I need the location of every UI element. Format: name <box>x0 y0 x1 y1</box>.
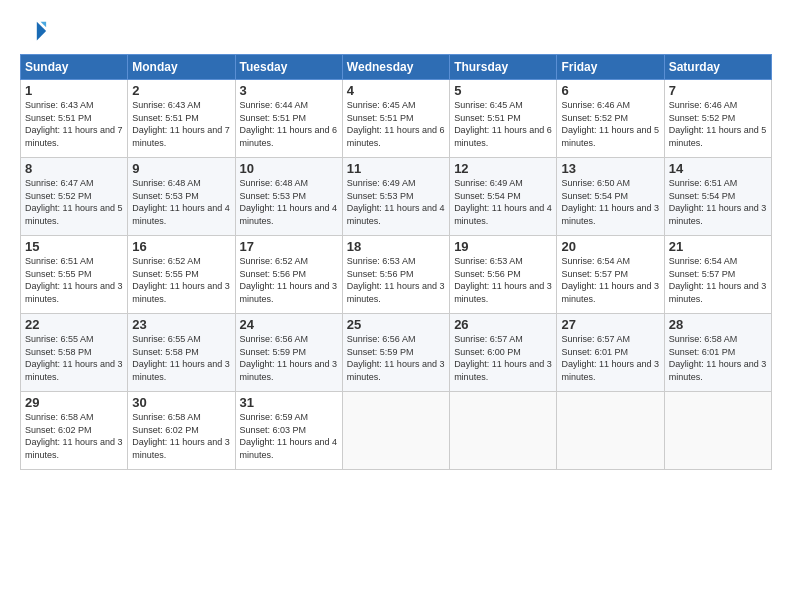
table-row: 16 Sunrise: 6:52 AM Sunset: 5:55 PM Dayl… <box>128 236 235 314</box>
col-thursday: Thursday <box>450 55 557 80</box>
day-number: 8 <box>25 161 123 176</box>
table-row: 24 Sunrise: 6:56 AM Sunset: 5:59 PM Dayl… <box>235 314 342 392</box>
day-info: Sunrise: 6:55 AM Sunset: 5:58 PM Dayligh… <box>132 333 230 383</box>
table-row: 1 Sunrise: 6:43 AM Sunset: 5:51 PM Dayli… <box>21 80 128 158</box>
table-row <box>342 392 449 470</box>
day-info: Sunrise: 6:46 AM Sunset: 5:52 PM Dayligh… <box>561 99 659 149</box>
day-number: 20 <box>561 239 659 254</box>
calendar-week-row: 1 Sunrise: 6:43 AM Sunset: 5:51 PM Dayli… <box>21 80 772 158</box>
day-info: Sunrise: 6:47 AM Sunset: 5:52 PM Dayligh… <box>25 177 123 227</box>
page: Sunday Monday Tuesday Wednesday Thursday… <box>0 0 792 612</box>
day-number: 24 <box>240 317 338 332</box>
day-number: 9 <box>132 161 230 176</box>
day-number: 13 <box>561 161 659 176</box>
day-number: 16 <box>132 239 230 254</box>
table-row: 29 Sunrise: 6:58 AM Sunset: 6:02 PM Dayl… <box>21 392 128 470</box>
day-info: Sunrise: 6:51 AM Sunset: 5:55 PM Dayligh… <box>25 255 123 305</box>
day-number: 29 <box>25 395 123 410</box>
day-info: Sunrise: 6:45 AM Sunset: 5:51 PM Dayligh… <box>454 99 552 149</box>
table-row: 18 Sunrise: 6:53 AM Sunset: 5:56 PM Dayl… <box>342 236 449 314</box>
table-row: 26 Sunrise: 6:57 AM Sunset: 6:00 PM Dayl… <box>450 314 557 392</box>
day-number: 15 <box>25 239 123 254</box>
calendar-week-row: 15 Sunrise: 6:51 AM Sunset: 5:55 PM Dayl… <box>21 236 772 314</box>
day-number: 6 <box>561 83 659 98</box>
day-info: Sunrise: 6:49 AM Sunset: 5:54 PM Dayligh… <box>454 177 552 227</box>
calendar-table: Sunday Monday Tuesday Wednesday Thursday… <box>20 54 772 470</box>
day-info: Sunrise: 6:43 AM Sunset: 5:51 PM Dayligh… <box>132 99 230 149</box>
day-info: Sunrise: 6:53 AM Sunset: 5:56 PM Dayligh… <box>454 255 552 305</box>
table-row: 19 Sunrise: 6:53 AM Sunset: 5:56 PM Dayl… <box>450 236 557 314</box>
day-info: Sunrise: 6:44 AM Sunset: 5:51 PM Dayligh… <box>240 99 338 149</box>
calendar-header-row: Sunday Monday Tuesday Wednesday Thursday… <box>21 55 772 80</box>
day-info: Sunrise: 6:45 AM Sunset: 5:51 PM Dayligh… <box>347 99 445 149</box>
day-info: Sunrise: 6:50 AM Sunset: 5:54 PM Dayligh… <box>561 177 659 227</box>
table-row: 2 Sunrise: 6:43 AM Sunset: 5:51 PM Dayli… <box>128 80 235 158</box>
table-row: 13 Sunrise: 6:50 AM Sunset: 5:54 PM Dayl… <box>557 158 664 236</box>
day-info: Sunrise: 6:57 AM Sunset: 6:00 PM Dayligh… <box>454 333 552 383</box>
table-row: 15 Sunrise: 6:51 AM Sunset: 5:55 PM Dayl… <box>21 236 128 314</box>
day-number: 2 <box>132 83 230 98</box>
calendar-week-row: 22 Sunrise: 6:55 AM Sunset: 5:58 PM Dayl… <box>21 314 772 392</box>
day-info: Sunrise: 6:43 AM Sunset: 5:51 PM Dayligh… <box>25 99 123 149</box>
table-row: 11 Sunrise: 6:49 AM Sunset: 5:53 PM Dayl… <box>342 158 449 236</box>
day-number: 30 <box>132 395 230 410</box>
table-row: 3 Sunrise: 6:44 AM Sunset: 5:51 PM Dayli… <box>235 80 342 158</box>
day-number: 3 <box>240 83 338 98</box>
table-row: 6 Sunrise: 6:46 AM Sunset: 5:52 PM Dayli… <box>557 80 664 158</box>
day-info: Sunrise: 6:58 AM Sunset: 6:01 PM Dayligh… <box>669 333 767 383</box>
table-row: 21 Sunrise: 6:54 AM Sunset: 5:57 PM Dayl… <box>664 236 771 314</box>
calendar-body: 1 Sunrise: 6:43 AM Sunset: 5:51 PM Dayli… <box>21 80 772 470</box>
day-info: Sunrise: 6:54 AM Sunset: 5:57 PM Dayligh… <box>669 255 767 305</box>
day-number: 21 <box>669 239 767 254</box>
table-row: 27 Sunrise: 6:57 AM Sunset: 6:01 PM Dayl… <box>557 314 664 392</box>
day-info: Sunrise: 6:56 AM Sunset: 5:59 PM Dayligh… <box>347 333 445 383</box>
day-info: Sunrise: 6:55 AM Sunset: 5:58 PM Dayligh… <box>25 333 123 383</box>
logo-icon <box>20 18 48 46</box>
day-info: Sunrise: 6:58 AM Sunset: 6:02 PM Dayligh… <box>25 411 123 461</box>
header <box>20 18 772 46</box>
day-info: Sunrise: 6:57 AM Sunset: 6:01 PM Dayligh… <box>561 333 659 383</box>
day-info: Sunrise: 6:52 AM Sunset: 5:55 PM Dayligh… <box>132 255 230 305</box>
day-number: 17 <box>240 239 338 254</box>
table-row: 22 Sunrise: 6:55 AM Sunset: 5:58 PM Dayl… <box>21 314 128 392</box>
table-row: 20 Sunrise: 6:54 AM Sunset: 5:57 PM Dayl… <box>557 236 664 314</box>
table-row: 17 Sunrise: 6:52 AM Sunset: 5:56 PM Dayl… <box>235 236 342 314</box>
day-number: 26 <box>454 317 552 332</box>
col-wednesday: Wednesday <box>342 55 449 80</box>
table-row: 23 Sunrise: 6:55 AM Sunset: 5:58 PM Dayl… <box>128 314 235 392</box>
table-row: 9 Sunrise: 6:48 AM Sunset: 5:53 PM Dayli… <box>128 158 235 236</box>
day-info: Sunrise: 6:49 AM Sunset: 5:53 PM Dayligh… <box>347 177 445 227</box>
table-row: 31 Sunrise: 6:59 AM Sunset: 6:03 PM Dayl… <box>235 392 342 470</box>
table-row: 28 Sunrise: 6:58 AM Sunset: 6:01 PM Dayl… <box>664 314 771 392</box>
table-row <box>450 392 557 470</box>
day-info: Sunrise: 6:52 AM Sunset: 5:56 PM Dayligh… <box>240 255 338 305</box>
table-row: 5 Sunrise: 6:45 AM Sunset: 5:51 PM Dayli… <box>450 80 557 158</box>
day-info: Sunrise: 6:56 AM Sunset: 5:59 PM Dayligh… <box>240 333 338 383</box>
day-number: 14 <box>669 161 767 176</box>
table-row: 30 Sunrise: 6:58 AM Sunset: 6:02 PM Dayl… <box>128 392 235 470</box>
col-tuesday: Tuesday <box>235 55 342 80</box>
day-number: 5 <box>454 83 552 98</box>
logo <box>20 18 50 46</box>
day-number: 4 <box>347 83 445 98</box>
table-row <box>664 392 771 470</box>
calendar-week-row: 29 Sunrise: 6:58 AM Sunset: 6:02 PM Dayl… <box>21 392 772 470</box>
day-number: 1 <box>25 83 123 98</box>
day-info: Sunrise: 6:46 AM Sunset: 5:52 PM Dayligh… <box>669 99 767 149</box>
table-row: 4 Sunrise: 6:45 AM Sunset: 5:51 PM Dayli… <box>342 80 449 158</box>
day-number: 11 <box>347 161 445 176</box>
day-info: Sunrise: 6:59 AM Sunset: 6:03 PM Dayligh… <box>240 411 338 461</box>
day-number: 25 <box>347 317 445 332</box>
day-info: Sunrise: 6:58 AM Sunset: 6:02 PM Dayligh… <box>132 411 230 461</box>
col-friday: Friday <box>557 55 664 80</box>
day-number: 18 <box>347 239 445 254</box>
day-number: 27 <box>561 317 659 332</box>
day-number: 23 <box>132 317 230 332</box>
table-row: 25 Sunrise: 6:56 AM Sunset: 5:59 PM Dayl… <box>342 314 449 392</box>
day-info: Sunrise: 6:53 AM Sunset: 5:56 PM Dayligh… <box>347 255 445 305</box>
table-row <box>557 392 664 470</box>
day-number: 7 <box>669 83 767 98</box>
table-row: 7 Sunrise: 6:46 AM Sunset: 5:52 PM Dayli… <box>664 80 771 158</box>
calendar-week-row: 8 Sunrise: 6:47 AM Sunset: 5:52 PM Dayli… <box>21 158 772 236</box>
table-row: 14 Sunrise: 6:51 AM Sunset: 5:54 PM Dayl… <box>664 158 771 236</box>
